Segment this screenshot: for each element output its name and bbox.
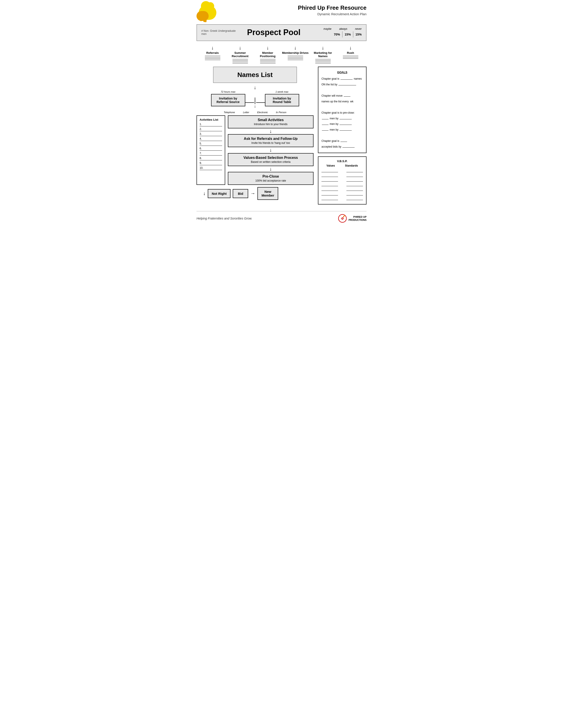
down-arrow-positioning: ↓: [266, 45, 269, 50]
pp-labels: maybe always never: [324, 27, 362, 30]
goals-box: GOALS Chapter goal is names ON the list …: [318, 67, 367, 153]
label-referrals: Referrals: [206, 51, 218, 54]
vbsp-cell-val-6: [322, 192, 338, 195]
vbsp-cell-std-2: [347, 174, 363, 177]
invitation-roundtable-box: Invitation by Round Table: [265, 94, 299, 106]
bottom-down-arrow: ↓: [203, 191, 205, 196]
label-drives: Membership Drives: [282, 51, 309, 54]
arrow-col-marketing: ↓ Marketing for Names: [310, 45, 336, 63]
pp-left-label: # Non- Greek Undergraduate men: [201, 29, 241, 36]
flow-box-title-3: Pre-Close: [232, 174, 310, 178]
vbsp-row: [322, 192, 363, 195]
flow-boxes: Small Activities Introduce him to your f…: [228, 115, 314, 185]
vbsp-cell-std-1: [347, 169, 363, 172]
vbsp-cell-std-5: [347, 188, 363, 191]
line-4: [288, 60, 303, 60]
label-summer: Summer Recruitment: [227, 51, 253, 58]
label-marketing: Marketing for Names: [310, 51, 336, 58]
arrow-col-referrals: ↓ Referrals: [199, 45, 226, 63]
bottom-row: ↓ Not Right Bid → New Member: [196, 187, 314, 200]
arrow-col-drives: ↓ Membership Drives: [282, 45, 309, 63]
arrow-col-positioning: ↓ Member Positioning: [254, 45, 281, 63]
vbsp-cell-std-3: [347, 178, 363, 182]
bid-button: Bid: [233, 189, 248, 198]
right-panel: GOALS Chapter goal is names ON the list …: [318, 67, 367, 205]
goal-line-5: names up the list every wk: [322, 99, 363, 104]
inv-left-timing: 72 hours max: [221, 90, 235, 93]
line-2: [232, 60, 248, 61]
new-member-button: New Member: [257, 187, 278, 200]
flow-box-sub-2: Based on written selection criteria: [232, 160, 310, 163]
line-1: [315, 59, 331, 59]
activities-list-title: Activities List: [199, 118, 222, 121]
invitation-right-col: 1 week max Invitation by Round Table: [265, 90, 299, 106]
flow-arrow-1: ↓: [228, 128, 314, 134]
flow-box-vbsp: Values-Based Selection Process Based on …: [228, 153, 314, 166]
line-3: [260, 62, 275, 62]
flow-section: Activities List 1. 2. 3. 4. 5. 6. 7. 8. …: [196, 115, 314, 185]
list-item: 7.: [199, 152, 222, 156]
vbsp-col-standards: Standards: [345, 164, 358, 167]
line-4: [205, 60, 220, 60]
vbsp-row: [322, 178, 363, 182]
always-pct: 15%: [345, 33, 351, 36]
footer: Helping Fraternities and Sororities Grow…: [196, 211, 367, 223]
sub-label-telephone: Telephone: [224, 111, 235, 114]
footer-logo-text: PHIRED UP PRODUCTIONS: [349, 215, 367, 222]
flow-arrow-3: ↓: [228, 166, 314, 172]
list-item: 9.: [199, 161, 222, 165]
activities-list-box: Activities List 1. 2. 3. 4. 5. 6. 7. 8. …: [196, 115, 225, 185]
inv-connector: ↓: [245, 90, 265, 109]
vbsp-cell-std-7: [347, 197, 363, 200]
names-list-title: Names List: [218, 71, 292, 79]
down-arrow-referrals: ↓: [211, 45, 214, 50]
goal-line-1: Chapter goal is names: [322, 77, 363, 81]
invitation-referral-box: Invitation by Referral Source: [211, 94, 245, 106]
flow-box-sub-0: Introduce him to your friends: [232, 123, 310, 126]
list-item: 8.: [199, 157, 222, 160]
prospect-pool-section: # Non- Greek Undergraduate men Prospect …: [196, 24, 367, 41]
goal-line-11: [322, 133, 363, 138]
flow-box-preclose: Pre-Close 100% bid acceptance rate: [228, 172, 314, 185]
list-item: 2.: [199, 128, 222, 131]
line-1: [288, 56, 303, 56]
arrows-row: ↓ Referrals ↓ Summer Recruitment ↓ Membe…: [196, 45, 367, 63]
line-1: [205, 56, 220, 56]
inv-line-right: [256, 102, 265, 103]
vbsp-cell-val-3: [322, 178, 338, 182]
pp-percents: 70% 15% 15%: [334, 31, 362, 38]
goal-line-6: [322, 105, 363, 110]
list-item: 6.: [199, 147, 222, 151]
line-2: [205, 57, 220, 57]
sub-label-electronic: Electronic: [257, 111, 268, 114]
never-pct: 15%: [356, 33, 362, 36]
flow-box-small-activities: Small Activities Introduce him to your f…: [228, 115, 314, 128]
lines-summer: [232, 59, 248, 63]
flow-box-sub-3: 100% bid acceptance rate: [232, 179, 310, 182]
flow-box-title-0: Small Activities: [232, 118, 310, 122]
line-3: [232, 62, 248, 62]
paper-icon-1: [199, 16, 203, 21]
flow-arrow-2: ↓: [228, 147, 314, 153]
arrow-col-rush: ↓ Rush: [337, 45, 364, 63]
goal-line-7: Chapter goal is to pre-close:: [322, 111, 363, 115]
vbsp-cell-val-7: [322, 197, 338, 200]
footer-tagline: Helping Fraternities and Sororities Grow…: [196, 217, 252, 220]
sub-label-in-person: In Person: [276, 111, 287, 114]
flow-box-title-2: Values-Based Selection Process: [232, 156, 310, 160]
never-label: never: [355, 27, 362, 30]
line-2: [343, 57, 358, 57]
line-3: [343, 58, 358, 59]
vbsp-cell-val-1: [322, 169, 338, 172]
vbsp-col-values: Values: [327, 164, 335, 167]
inv-right-timing: 1 week max: [275, 90, 289, 93]
maybe-label: maybe: [324, 27, 332, 30]
goal-line-3: [322, 88, 363, 93]
goal-line-12: Chapter goal is: [322, 139, 363, 144]
vbsp-cell-std-4: [347, 183, 363, 186]
lines-marketing: [315, 59, 331, 63]
vbsp-cell-val-5: [322, 188, 338, 191]
list-item: 10.: [199, 166, 222, 170]
pp-title: Prospect Pool: [241, 28, 307, 37]
inv-line-left: [245, 102, 254, 103]
